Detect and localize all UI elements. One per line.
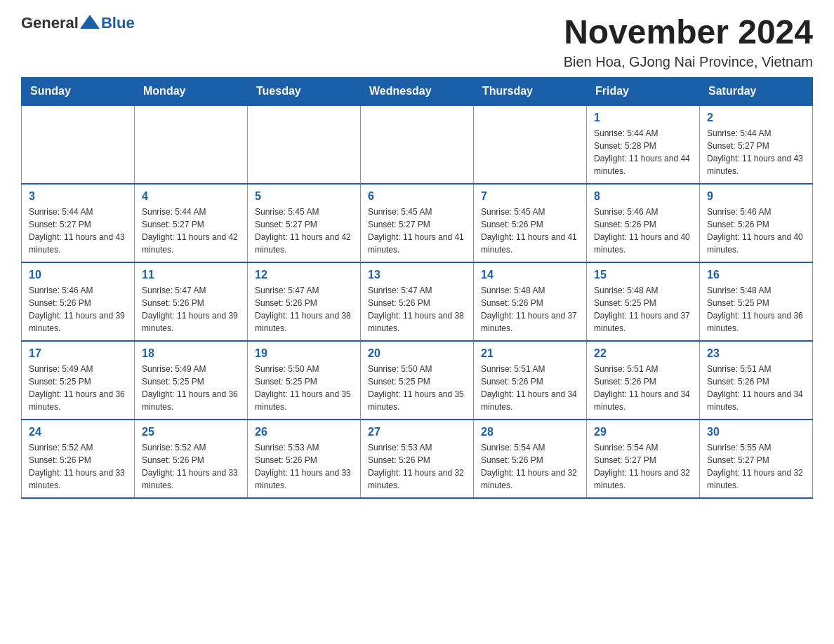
col-monday: Monday [135,77,248,105]
day-number: 27 [368,426,466,438]
week-row-3: 10Sunrise: 5:46 AMSunset: 5:26 PMDayligh… [22,262,813,341]
table-row: 13Sunrise: 5:47 AMSunset: 5:26 PMDayligh… [361,262,474,341]
table-row: 14Sunrise: 5:48 AMSunset: 5:26 PMDayligh… [474,262,587,341]
day-info: Sunrise: 5:47 AMSunset: 5:26 PMDaylight:… [142,284,240,335]
calendar-header-row: Sunday Monday Tuesday Wednesday Thursday… [22,77,813,105]
day-number: 26 [255,426,353,438]
day-info: Sunrise: 5:45 AMSunset: 5:27 PMDaylight:… [255,206,353,256]
day-info: Sunrise: 5:47 AMSunset: 5:26 PMDaylight:… [255,284,353,335]
col-saturday: Saturday [700,77,813,105]
day-info: Sunrise: 5:46 AMSunset: 5:26 PMDaylight:… [29,284,127,335]
col-wednesday: Wednesday [361,77,474,105]
day-info: Sunrise: 5:48 AMSunset: 5:26 PMDaylight:… [481,284,579,335]
day-number: 10 [29,269,127,281]
day-number: 20 [368,347,466,360]
day-info: Sunrise: 5:54 AMSunset: 5:27 PMDaylight:… [594,441,692,492]
day-number: 6 [368,190,466,203]
day-number: 16 [707,269,805,281]
day-info: Sunrise: 5:44 AMSunset: 5:27 PMDaylight:… [29,206,127,256]
table-row [22,105,135,184]
day-info: Sunrise: 5:49 AMSunset: 5:25 PMDaylight:… [29,363,127,413]
table-row: 2Sunrise: 5:44 AMSunset: 5:27 PMDaylight… [700,105,813,184]
logo: General Blue [21,14,135,32]
main-title: November 2024 [564,14,813,51]
day-info: Sunrise: 5:51 AMSunset: 5:26 PMDaylight:… [594,363,692,413]
calendar-table: Sunday Monday Tuesday Wednesday Thursday… [21,77,813,499]
day-info: Sunrise: 5:52 AMSunset: 5:26 PMDaylight:… [142,441,240,492]
table-row: 15Sunrise: 5:48 AMSunset: 5:25 PMDayligh… [587,262,700,341]
day-info: Sunrise: 5:48 AMSunset: 5:25 PMDaylight:… [594,284,692,335]
day-number: 29 [594,426,692,438]
day-info: Sunrise: 5:48 AMSunset: 5:25 PMDaylight:… [707,284,805,335]
day-info: Sunrise: 5:46 AMSunset: 5:26 PMDaylight:… [594,206,692,256]
week-row-1: 1Sunrise: 5:44 AMSunset: 5:28 PMDaylight… [22,105,813,184]
day-number: 15 [594,269,692,281]
day-info: Sunrise: 5:49 AMSunset: 5:25 PMDaylight:… [142,363,240,413]
table-row: 22Sunrise: 5:51 AMSunset: 5:26 PMDayligh… [587,341,700,420]
table-row: 10Sunrise: 5:46 AMSunset: 5:26 PMDayligh… [22,262,135,341]
table-row: 28Sunrise: 5:54 AMSunset: 5:26 PMDayligh… [474,420,587,498]
day-number: 5 [255,190,353,203]
col-sunday: Sunday [22,77,135,105]
table-row: 17Sunrise: 5:49 AMSunset: 5:25 PMDayligh… [22,341,135,420]
week-row-4: 17Sunrise: 5:49 AMSunset: 5:25 PMDayligh… [22,341,813,420]
day-info: Sunrise: 5:51 AMSunset: 5:26 PMDaylight:… [481,363,579,413]
day-number: 3 [29,190,127,203]
col-thursday: Thursday [474,77,587,105]
table-row: 16Sunrise: 5:48 AMSunset: 5:25 PMDayligh… [700,262,813,341]
table-row: 3Sunrise: 5:44 AMSunset: 5:27 PMDaylight… [22,184,135,262]
day-info: Sunrise: 5:47 AMSunset: 5:26 PMDaylight:… [368,284,466,335]
day-info: Sunrise: 5:54 AMSunset: 5:26 PMDaylight:… [481,441,579,492]
table-row: 6Sunrise: 5:45 AMSunset: 5:27 PMDaylight… [361,184,474,262]
day-number: 19 [255,347,353,360]
day-number: 28 [481,426,579,438]
day-info: Sunrise: 5:44 AMSunset: 5:28 PMDaylight:… [594,127,692,177]
day-info: Sunrise: 5:50 AMSunset: 5:25 PMDaylight:… [255,363,353,413]
table-row: 20Sunrise: 5:50 AMSunset: 5:25 PMDayligh… [361,341,474,420]
subtitle: Bien Hoa, GJong Nai Province, Vietnam [564,54,813,70]
day-number: 24 [29,426,127,438]
day-info: Sunrise: 5:55 AMSunset: 5:27 PMDaylight:… [707,441,805,492]
day-number: 1 [594,112,692,124]
day-number: 14 [481,269,579,281]
table-row [135,105,248,184]
table-row: 19Sunrise: 5:50 AMSunset: 5:25 PMDayligh… [248,341,361,420]
day-number: 23 [707,347,805,360]
week-row-5: 24Sunrise: 5:52 AMSunset: 5:26 PMDayligh… [22,420,813,498]
table-row: 21Sunrise: 5:51 AMSunset: 5:26 PMDayligh… [474,341,587,420]
table-row: 1Sunrise: 5:44 AMSunset: 5:28 PMDaylight… [587,105,700,184]
day-info: Sunrise: 5:52 AMSunset: 5:26 PMDaylight:… [29,441,127,492]
day-number: 21 [481,347,579,360]
table-row: 25Sunrise: 5:52 AMSunset: 5:26 PMDayligh… [135,420,248,498]
logo-text-blue: Blue [101,14,135,32]
day-info: Sunrise: 5:45 AMSunset: 5:27 PMDaylight:… [368,206,466,256]
day-info: Sunrise: 5:45 AMSunset: 5:26 PMDaylight:… [481,206,579,256]
logo-text-general: General [21,14,79,32]
day-info: Sunrise: 5:51 AMSunset: 5:26 PMDaylight:… [707,363,805,413]
week-row-2: 3Sunrise: 5:44 AMSunset: 5:27 PMDaylight… [22,184,813,262]
day-number: 12 [255,269,353,281]
table-row: 30Sunrise: 5:55 AMSunset: 5:27 PMDayligh… [700,420,813,498]
table-row: 23Sunrise: 5:51 AMSunset: 5:26 PMDayligh… [700,341,813,420]
day-info: Sunrise: 5:50 AMSunset: 5:25 PMDaylight:… [368,363,466,413]
table-row: 27Sunrise: 5:53 AMSunset: 5:26 PMDayligh… [361,420,474,498]
table-row: 29Sunrise: 5:54 AMSunset: 5:27 PMDayligh… [587,420,700,498]
table-row [474,105,587,184]
page-header: General Blue November 2024 Bien Hoa, GJo… [21,14,813,70]
day-number: 7 [481,190,579,203]
day-number: 18 [142,347,240,360]
table-row: 26Sunrise: 5:53 AMSunset: 5:26 PMDayligh… [248,420,361,498]
title-block: November 2024 Bien Hoa, GJong Nai Provin… [564,14,813,70]
table-row: 7Sunrise: 5:45 AMSunset: 5:26 PMDaylight… [474,184,587,262]
day-info: Sunrise: 5:44 AMSunset: 5:27 PMDaylight:… [142,206,240,256]
day-info: Sunrise: 5:44 AMSunset: 5:27 PMDaylight:… [707,127,805,177]
day-number: 13 [368,269,466,281]
table-row: 18Sunrise: 5:49 AMSunset: 5:25 PMDayligh… [135,341,248,420]
col-tuesday: Tuesday [248,77,361,105]
day-number: 30 [707,426,805,438]
col-friday: Friday [587,77,700,105]
day-number: 4 [142,190,240,203]
day-number: 9 [707,190,805,203]
table-row: 8Sunrise: 5:46 AMSunset: 5:26 PMDaylight… [587,184,700,262]
day-number: 17 [29,347,127,360]
